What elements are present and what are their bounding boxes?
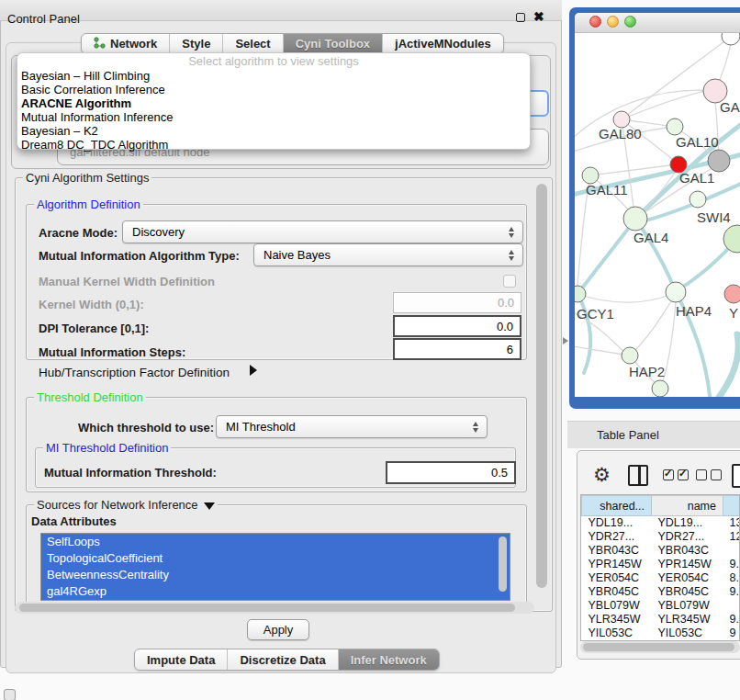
- deselect-all-icon[interactable]: [696, 469, 722, 480]
- network-node-gal10[interactable]: [667, 119, 683, 135]
- hub-definition-label: Hub/Transcription Factor Definition: [39, 366, 230, 379]
- table-cell: YPR145W: [582, 558, 652, 571]
- minimize-traffic-light-icon[interactable]: [607, 16, 619, 28]
- aracne-mode-value: Discovery: [132, 225, 185, 239]
- table-row[interactable]: YIL053CYIL053C9: [582, 627, 740, 640]
- tab-select[interactable]: Select: [223, 34, 283, 53]
- top-tab-bar: NetworkStyleSelectCyni ToolboxjActiveMNo…: [81, 33, 504, 54]
- table-cell: YBR045C: [582, 585, 652, 599]
- tab-network[interactable]: Network: [82, 34, 170, 53]
- float-window-icon[interactable]: [516, 13, 525, 22]
- table-row[interactable]: YER054CYER054C8.: [582, 571, 740, 585]
- tab-style[interactable]: Style: [170, 34, 223, 53]
- node-label-gal80: GAL80: [599, 126, 642, 141]
- network-node-hap2[interactable]: [622, 347, 638, 364]
- network-node-gal4[interactable]: [623, 207, 647, 231]
- table-cell: YBL079W: [652, 599, 723, 613]
- table-row[interactable]: YDR27...YDR27...12: [582, 530, 740, 544]
- list-scrollbar[interactable]: [499, 536, 507, 592]
- horizontal-scrollbar-thumb[interactable]: [19, 604, 515, 612]
- table-row[interactable]: YDL19...YDL19...13: [582, 516, 740, 530]
- mi-steps-field[interactable]: 6: [393, 338, 521, 360]
- tab-label: Cyni Toolbox: [296, 37, 370, 51]
- unchecked-box-icon: [711, 469, 722, 480]
- network-node-hap4[interactable]: [666, 282, 686, 302]
- tab-label: Infer Network: [351, 653, 427, 667]
- mi-type-label: Mutual Information Algorithm Type:: [39, 249, 240, 263]
- table-cell: YBL079W: [582, 599, 652, 613]
- popup-item[interactable]: Dream8 DC_TDC Algorithm: [17, 138, 530, 152]
- tab-impute-data[interactable]: Impute Data: [135, 649, 228, 670]
- column-header-name[interactable]: name: [652, 496, 723, 516]
- list-item[interactable]: TopologicalCoefficient: [41, 550, 510, 567]
- list-item[interactable]: BetweennessCentrality: [41, 567, 510, 583]
- aracne-mode-combo[interactable]: Discovery: [122, 220, 523, 243]
- node-table[interactable]: shared...nameYDL19...YDL19...13YDR27...Y…: [581, 495, 740, 640]
- table-hscroll-thumb[interactable]: [583, 643, 734, 651]
- collapse-arrow-icon[interactable]: [204, 502, 215, 510]
- checked-box-icon: [678, 469, 689, 480]
- kernel-width-field[interactable]: 0.0: [393, 292, 521, 313]
- zoom-traffic-light-icon[interactable]: [624, 16, 636, 28]
- network-canvas[interactable]: GALGAL80GAL10GAL1GAL11SWI4GAL4GCY1HAP4YH…: [575, 33, 740, 397]
- dock-corner-icon[interactable]: [4, 689, 16, 700]
- column-header-shared...[interactable]: shared...: [582, 496, 652, 516]
- table-row[interactable]: YLR345WYLR345W9.: [582, 613, 740, 627]
- network-node-salmon[interactable]: [724, 285, 740, 303]
- tab-infer-network[interactable]: Infer Network: [339, 649, 439, 670]
- apply-button[interactable]: Apply: [247, 619, 309, 640]
- network-graph[interactable]: GALGAL80GAL10GAL1GAL11SWI4GAL4GCY1HAP4YH…: [575, 33, 740, 397]
- table-cell: YDR27...: [652, 530, 723, 544]
- threshold-definition-title: Threshold Definition: [34, 390, 146, 404]
- network-edge: [630, 301, 671, 356]
- close-icon[interactable]: ✖: [533, 9, 544, 24]
- mi-threshold-field[interactable]: 0.5: [386, 461, 516, 484]
- node-label-swi4: SWI4: [697, 209, 731, 225]
- control-panel-title: Control Panel: [7, 12, 80, 26]
- mi-type-combo[interactable]: Naive Bayes: [253, 243, 523, 266]
- table-cell: YIL053C: [652, 627, 723, 640]
- list-item[interactable]: SelfLoops: [41, 534, 510, 550]
- node-label-gcy1: GCY1: [577, 306, 614, 322]
- dpi-tolerance-field[interactable]: 0.0: [393, 315, 521, 337]
- table-cell: YBR043C: [652, 544, 723, 558]
- data-attributes-list[interactable]: SelfLoopsTopologicalCoefficientBetweenne…: [40, 533, 510, 601]
- popup-item[interactable]: Bayesian – K2: [17, 124, 530, 138]
- split-columns-icon[interactable]: [628, 465, 648, 486]
- gear-icon[interactable]: ⚙: [593, 466, 611, 484]
- list-item[interactable]: gal4RGexp: [41, 583, 510, 600]
- tab-cyni-toolbox[interactable]: Cyni Toolbox: [284, 34, 383, 53]
- stepper-icon: [509, 227, 515, 238]
- which-threshold-combo[interactable]: MI Threshold: [216, 415, 488, 438]
- tab-label: Impute Data: [147, 653, 215, 667]
- popup-item[interactable]: Basic Correlation Inference: [17, 83, 530, 96]
- select-all-icon[interactable]: [663, 469, 689, 480]
- table-row[interactable]: YBR045CYBR045C9.: [582, 585, 740, 599]
- network-node-node-top[interactable]: [722, 33, 740, 45]
- table-cell: YLR345W: [582, 613, 652, 627]
- network-node-swi4[interactable]: [690, 191, 706, 208]
- which-threshold-label: Which threshold to use:: [78, 421, 214, 435]
- tab-discretize-data[interactable]: Discretize Data: [228, 649, 338, 670]
- network-node-node-bottom[interactable]: [652, 380, 668, 397]
- expand-arrow-icon[interactable]: [250, 365, 257, 376]
- node-label-gal11: GAL11: [586, 182, 628, 198]
- table-row[interactable]: YPR145WYPR145W9.: [582, 558, 740, 571]
- tab-jactivemnodules[interactable]: jActiveMNodules: [383, 34, 503, 53]
- settings-vertical-scrollbar[interactable]: [536, 184, 547, 588]
- splitter-arrow-icon[interactable]: [563, 337, 568, 344]
- manual-kernel-checkbox[interactable]: [503, 275, 516, 288]
- network-icon: [94, 37, 106, 51]
- table-row[interactable]: YBL079WYBL079W: [582, 599, 740, 613]
- network-node-gray-node[interactable]: [708, 150, 730, 172]
- document-icon[interactable]: [732, 464, 740, 488]
- table-cell: YLR345W: [652, 613, 723, 627]
- table-row[interactable]: YBR043CYBR043C: [582, 544, 740, 558]
- popup-item[interactable]: Mutual Information Inference: [17, 110, 530, 124]
- table-cell: [723, 599, 740, 613]
- close-traffic-light-icon[interactable]: [589, 16, 601, 28]
- popup-item[interactable]: Bayesian – Hill Climbing: [17, 69, 530, 83]
- column-header-extra[interactable]: [723, 496, 740, 516]
- table-cell: 9.: [723, 558, 740, 571]
- popup-item[interactable]: ARACNE Algorithm: [17, 96, 530, 110]
